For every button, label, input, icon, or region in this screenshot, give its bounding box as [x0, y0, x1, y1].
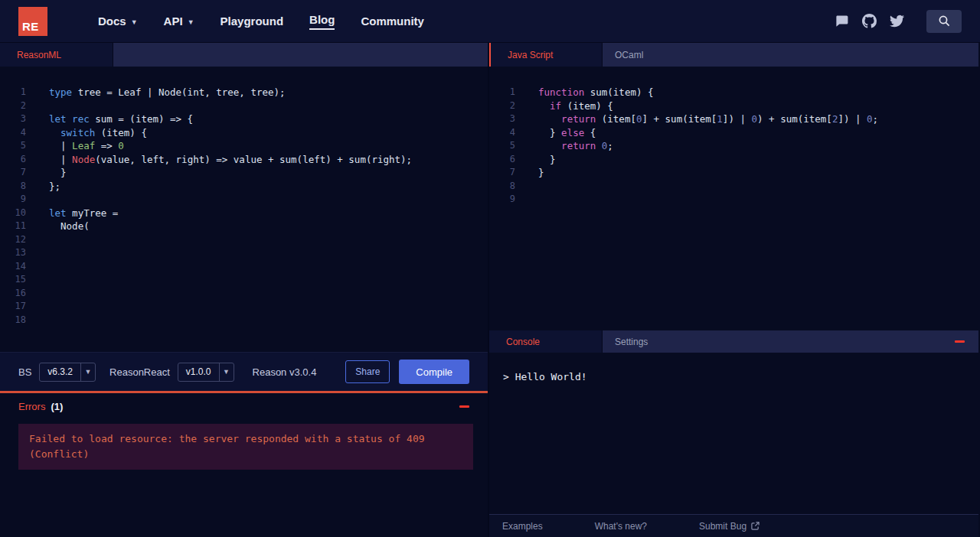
line-number: 15	[0, 273, 34, 287]
chat-icon[interactable]	[835, 14, 849, 28]
errors-count-badge: (1)	[51, 401, 63, 412]
tab-reasonml[interactable]: ReasonML	[0, 43, 113, 67]
tab-javascript[interactable]: Java Script	[489, 43, 603, 67]
line-number: 4	[0, 126, 34, 140]
line-number: 7	[0, 166, 34, 180]
submit-bug-link[interactable]: Submit Bug	[699, 521, 760, 532]
chevron-down-icon: ▼	[80, 363, 95, 381]
code-line: 4 } else {	[489, 126, 978, 140]
line-number: 2	[489, 99, 523, 113]
bs-version-value: v6.3.2	[40, 363, 80, 381]
line-number: 9	[489, 193, 523, 207]
share-button[interactable]: Share	[345, 360, 390, 383]
tabstrip-spacer	[113, 43, 488, 67]
code-line: 9	[0, 193, 488, 207]
code-line: 18	[0, 314, 488, 327]
nav-item-community[interactable]: Community	[361, 15, 424, 28]
chevron-down-icon: ▼	[188, 18, 194, 26]
external-link-icon	[751, 522, 760, 530]
line-number: 17	[0, 300, 34, 314]
compile-button[interactable]: Compile	[399, 360, 469, 384]
code-line: 14	[0, 260, 488, 274]
javascript-editor[interactable]: 1function sum(item) {2 if (item) {3 retu…	[489, 67, 978, 330]
whats-new-link[interactable]: What's new?	[595, 521, 647, 532]
code-line: 3 return (item[0] + sum(item[1]) | 0) + …	[489, 112, 978, 126]
tab-console[interactable]: Console	[489, 330, 603, 353]
line-number: 16	[0, 287, 34, 301]
bs-label: BS	[18, 366, 31, 378]
bs-version-select[interactable]: v6.3.2 ▼	[39, 363, 96, 382]
reason-editor[interactable]: 1type tree = Leaf | Node(int, tree, tree…	[0, 67, 488, 352]
code-line: 8	[489, 180, 978, 194]
errors-header: Errors (1)	[0, 393, 488, 419]
line-number: 8	[0, 180, 34, 194]
errors-title: Errors	[18, 401, 45, 412]
collapse-console-button[interactable]	[941, 330, 978, 353]
line-number: 13	[0, 246, 34, 260]
nav-item-api[interactable]: API ▼	[164, 15, 194, 28]
reasonreact-label: ReasonReact	[109, 366, 170, 378]
reasonreact-version-select[interactable]: v1.0.0 ▼	[178, 363, 234, 382]
line-number: 10	[0, 207, 34, 220]
chevron-down-icon: ▼	[131, 18, 138, 26]
code-line: 3let rec sum = (item) => {	[0, 112, 488, 126]
tab-settings[interactable]: Settings	[603, 330, 660, 353]
console-output: > Hello World!	[489, 353, 978, 514]
compiler-toolbar: BS v6.3.2 ▼ ReasonReact v1.0.0 ▼ Reason …	[0, 352, 488, 391]
playground-footer: Examples What's new? Submit Bug	[489, 514, 978, 537]
code-line: 9	[489, 193, 978, 207]
github-icon[interactable]	[862, 14, 877, 28]
code-line: 6 }	[489, 153, 978, 167]
minus-icon	[459, 405, 469, 408]
code-line: 8};	[0, 180, 488, 194]
code-line: 5 | Leaf => 0	[0, 139, 488, 153]
code-line: 13	[0, 246, 488, 260]
code-line: 15	[0, 273, 488, 287]
output-panel: Java Script OCaml 1function sum(item) {2…	[489, 43, 978, 537]
code-line: 1type tree = Leaf | Node(int, tree, tree…	[0, 86, 488, 99]
line-number: 4	[489, 126, 523, 140]
line-number: 8	[489, 180, 523, 194]
code-line: 2 if (item) {	[489, 99, 978, 113]
code-line: 7}	[489, 166, 978, 180]
chevron-down-icon: ▼	[219, 363, 234, 381]
nav-item-docs[interactable]: Docs ▼	[98, 15, 138, 28]
tabstrip-spacer	[655, 43, 978, 67]
code-line: 17	[0, 300, 488, 314]
code-line: 12	[0, 233, 488, 247]
code-line: 5 return 0;	[489, 139, 978, 153]
reason-logo[interactable]: RE	[18, 7, 47, 36]
tab-ocaml[interactable]: OCaml	[603, 43, 655, 67]
code-line: 10let myTree =	[0, 207, 488, 220]
search-button[interactable]	[926, 10, 962, 33]
examples-link[interactable]: Examples	[502, 521, 543, 532]
minus-icon	[955, 340, 965, 343]
reason-tabstrip: ReasonML	[0, 43, 488, 67]
line-number: 11	[0, 220, 34, 233]
line-number: 7	[489, 166, 523, 180]
reasonreact-version-value: v1.0.0	[178, 363, 219, 381]
collapse-errors-button[interactable]	[459, 405, 469, 408]
line-number: 14	[0, 260, 34, 274]
main-nav: Docs ▼ API ▼ Playground Blog Community	[98, 13, 424, 30]
line-number: 6	[489, 153, 523, 167]
line-number: 1	[0, 86, 34, 99]
tabstrip-spacer	[660, 330, 941, 353]
line-number: 18	[0, 314, 34, 327]
line-number: 3	[0, 112, 34, 126]
nav-item-playground[interactable]: Playground	[220, 15, 284, 28]
code-line: 1function sum(item) {	[489, 86, 978, 99]
code-line: 6 | Node(value, left, right) => value + …	[0, 153, 488, 167]
line-number: 5	[489, 139, 523, 153]
reason-panel: ReasonML 1type tree = Leaf | Node(int, t…	[0, 43, 489, 537]
code-line: 16	[0, 287, 488, 301]
nav-item-blog[interactable]: Blog	[309, 13, 335, 30]
submit-bug-label: Submit Bug	[699, 521, 746, 532]
output-tabstrip: Java Script OCaml	[489, 43, 978, 67]
twitter-icon[interactable]	[890, 14, 904, 28]
line-number: 6	[0, 153, 34, 167]
line-number: 12	[0, 233, 34, 247]
navbar: RE Docs ▼ API ▼ Playground Blog Communit…	[0, 0, 980, 43]
line-number: 3	[489, 112, 523, 126]
line-number: 1	[489, 86, 523, 99]
